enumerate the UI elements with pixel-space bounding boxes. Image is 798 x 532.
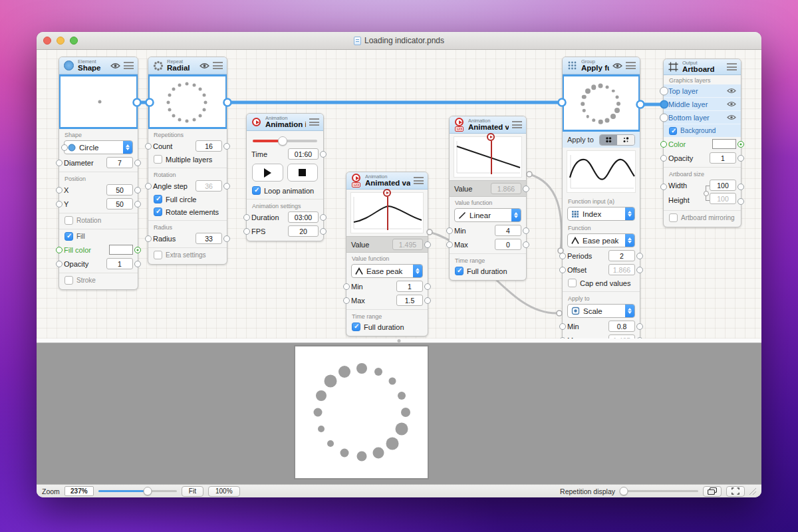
node-animated-value-header[interactable]: 123 Animation Animated value bbox=[346, 172, 428, 190]
stop-button[interactable] bbox=[287, 164, 319, 182]
node-menu-icon[interactable] bbox=[512, 121, 522, 128]
node-artboard[interactable]: Output Artboard Graphics layers Top laye… bbox=[663, 59, 741, 227]
layer-input-port[interactable] bbox=[660, 86, 668, 95]
node-menu-icon[interactable] bbox=[124, 62, 134, 69]
minimize-window-button[interactable] bbox=[57, 37, 65, 45]
node-shape[interactable]: Element Shape Shape Circle Diameter 7 bbox=[59, 57, 138, 290]
bottom-layer-row[interactable]: Bottom layer bbox=[664, 111, 741, 124]
input-port[interactable] bbox=[56, 187, 63, 194]
input-port[interactable] bbox=[343, 297, 350, 304]
node-shape-header[interactable]: Element Shape bbox=[59, 57, 138, 74]
input-port[interactable] bbox=[145, 183, 152, 190]
node-artboard-header[interactable]: Output Artboard bbox=[664, 59, 741, 75]
apply-mode-uniform-icon[interactable] bbox=[600, 135, 617, 145]
time-input[interactable]: 01:60 bbox=[288, 148, 319, 160]
visibility-eye-icon[interactable] bbox=[612, 63, 622, 69]
output-port[interactable] bbox=[424, 297, 431, 304]
max-input[interactable]: 0 bbox=[495, 239, 521, 250]
layer-input-port-connected[interactable] bbox=[660, 100, 668, 108]
width-input[interactable]: 100 bbox=[710, 180, 736, 191]
output-port[interactable] bbox=[523, 227, 529, 234]
output-port[interactable] bbox=[320, 151, 327, 158]
multiple-layers-checkbox[interactable] bbox=[154, 155, 162, 164]
node-menu-icon[interactable] bbox=[626, 62, 636, 69]
input-port[interactable] bbox=[446, 241, 453, 248]
output-port[interactable] bbox=[636, 323, 643, 330]
input-port[interactable] bbox=[56, 261, 63, 267]
periods-input[interactable]: 2 bbox=[608, 250, 635, 261]
play-button[interactable] bbox=[252, 164, 283, 182]
output-port[interactable] bbox=[134, 187, 141, 194]
node-animation-info-header[interactable]: Animation Animation info bbox=[247, 114, 323, 131]
input-port[interactable] bbox=[559, 323, 566, 330]
min-input[interactable]: 1 bbox=[396, 281, 423, 292]
min-input[interactable]: 0.8 bbox=[608, 321, 635, 332]
canvas-preview-divider[interactable] bbox=[37, 338, 761, 343]
layer-eye-icon[interactable] bbox=[727, 114, 736, 120]
input-port-color[interactable] bbox=[56, 247, 63, 253]
node-menu-icon[interactable] bbox=[727, 63, 737, 70]
output-port[interactable] bbox=[223, 143, 230, 150]
output-port[interactable] bbox=[424, 283, 431, 290]
input-port[interactable] bbox=[145, 235, 152, 242]
height-input[interactable]: 100 bbox=[710, 193, 736, 204]
function-dropdown[interactable]: Ease peak bbox=[567, 233, 635, 247]
zoom-slider-knob[interactable] bbox=[144, 487, 152, 495]
output-port[interactable] bbox=[134, 261, 141, 267]
repetition-slider-knob[interactable] bbox=[620, 487, 628, 495]
node-animated-value-header[interactable]: 123 Animation Animated value bbox=[450, 116, 526, 134]
input-port[interactable] bbox=[243, 214, 250, 221]
zoom-slider[interactable] bbox=[98, 487, 177, 495]
value-output-port[interactable] bbox=[424, 241, 431, 248]
background-checkbox[interactable] bbox=[669, 127, 677, 135]
background-color-swatch[interactable] bbox=[712, 139, 736, 149]
top-layer-row[interactable]: Top layer bbox=[664, 84, 741, 98]
shape-type-dropdown[interactable]: Circle bbox=[64, 140, 133, 154]
output-port[interactable] bbox=[737, 198, 744, 205]
count-input[interactable]: 16 bbox=[196, 140, 222, 152]
input-port-color[interactable] bbox=[660, 141, 667, 148]
full-duration-checkbox[interactable] bbox=[455, 267, 464, 275]
offset-input[interactable]: 1.866 bbox=[608, 264, 635, 275]
function-input-dropdown[interactable]: Index bbox=[567, 207, 635, 221]
window-resize-grip[interactable] bbox=[749, 488, 756, 495]
node-canvas[interactable]: Element Shape Shape Circle Diameter 7 bbox=[37, 50, 761, 338]
node-menu-icon[interactable] bbox=[213, 62, 223, 69]
opacity-input[interactable]: 1 bbox=[710, 152, 736, 164]
output-port[interactable] bbox=[320, 214, 327, 221]
zoom-value-field[interactable]: 237% bbox=[65, 486, 94, 496]
node-radial-header[interactable]: Repeat Radial bbox=[148, 57, 227, 74]
output-port[interactable] bbox=[737, 184, 744, 190]
node-animated-value-peak[interactable]: 123 Animation Animated value Value 1.495 bbox=[346, 172, 428, 336]
zoom-window-button[interactable] bbox=[70, 37, 78, 45]
output-port-color[interactable] bbox=[134, 247, 141, 253]
fill-checkbox[interactable] bbox=[65, 232, 73, 241]
input-port[interactable] bbox=[660, 155, 667, 162]
min-input[interactable]: 4 bbox=[495, 225, 521, 236]
opacity-input[interactable]: 1 bbox=[106, 258, 133, 269]
input-port[interactable] bbox=[660, 184, 667, 190]
max-input[interactable]: 1.5 bbox=[396, 295, 423, 306]
node-menu-icon[interactable] bbox=[309, 118, 319, 126]
input-port[interactable] bbox=[343, 283, 350, 290]
input-port[interactable] bbox=[446, 227, 453, 234]
size-link-icon[interactable] bbox=[704, 180, 710, 207]
divider-handle-icon[interactable] bbox=[398, 339, 401, 342]
timeline-knob[interactable] bbox=[278, 136, 287, 146]
node-radial[interactable]: Repeat Radial Repetitions Count 16 Multi… bbox=[148, 57, 227, 265]
node-apply-function[interactable]: Group Apply function Apply to bbox=[562, 57, 640, 338]
layer-eye-icon[interactable] bbox=[727, 101, 736, 107]
timeline-slider[interactable] bbox=[253, 136, 317, 146]
middle-layer-row[interactable]: Middle layer bbox=[664, 98, 741, 111]
visibility-eye-icon[interactable] bbox=[200, 63, 209, 69]
node-animated-value-linear[interactable]: 123 Animation Animated value Value 1.866 bbox=[449, 116, 527, 281]
fill-color-swatch[interactable] bbox=[109, 245, 133, 255]
input-port[interactable] bbox=[61, 144, 68, 151]
fps-input[interactable]: 20 bbox=[288, 225, 319, 237]
input-port-connected[interactable] bbox=[559, 267, 566, 273]
output-port[interactable] bbox=[134, 201, 141, 207]
layer-eye-icon[interactable] bbox=[727, 88, 736, 94]
value-output-port[interactable] bbox=[523, 186, 529, 192]
full-circle-checkbox[interactable] bbox=[154, 195, 162, 203]
extra-settings-checkbox[interactable] bbox=[154, 251, 162, 259]
